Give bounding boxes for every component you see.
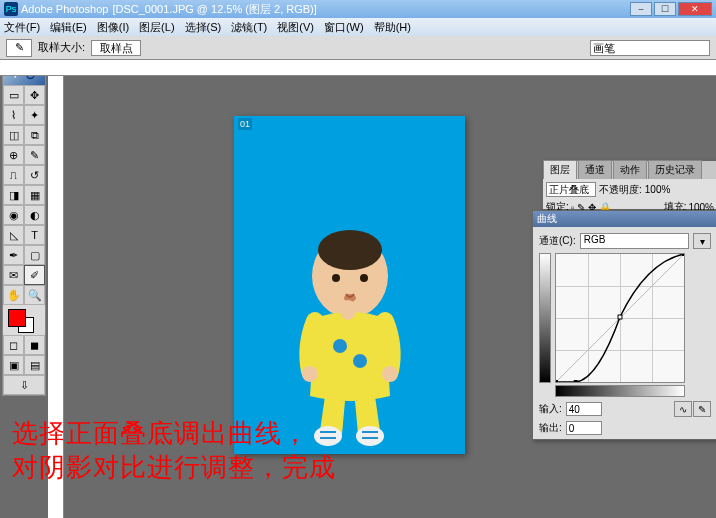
photo-content — [270, 206, 430, 446]
tab-history[interactable]: 历史记录 — [648, 160, 702, 179]
move-tool-icon[interactable]: ✥ — [24, 85, 45, 105]
annotation-line1: 选择正面叠底调出曲线， — [12, 416, 336, 450]
svg-point-12 — [382, 366, 398, 382]
current-tool-icon[interactable]: ✎ — [6, 39, 32, 57]
mask-mode-std-icon[interactable]: ◻ — [3, 335, 24, 355]
type-tool-icon[interactable]: T — [24, 225, 45, 245]
output-label: 输出: — [539, 421, 562, 435]
svg-rect-16 — [618, 315, 622, 319]
tab-channels[interactable]: 通道 — [578, 160, 612, 179]
pen-tool-icon[interactable]: ✒ — [3, 245, 24, 265]
curves-title: 曲线 — [537, 212, 557, 226]
blur-tool-icon[interactable]: ◉ — [3, 205, 24, 225]
eraser-tool-icon[interactable]: ◨ — [3, 185, 24, 205]
minimize-button[interactable]: – — [630, 2, 652, 16]
menu-window[interactable]: 窗口(W) — [324, 20, 364, 35]
close-button[interactable]: ✕ — [678, 2, 712, 16]
menu-filter[interactable]: 滤镜(T) — [231, 20, 267, 35]
svg-rect-14 — [556, 380, 558, 382]
sample-size-select[interactable]: 取样点 — [91, 40, 141, 56]
shape-tool-icon[interactable]: ▢ — [24, 245, 45, 265]
svg-point-4 — [360, 274, 368, 282]
slice-tool-icon[interactable]: ⧉ — [24, 125, 45, 145]
curves-panel[interactable]: 曲线 通道(C): RGB ▾ — [532, 210, 716, 440]
curve-draw-icon[interactable]: ∿ — [674, 401, 692, 417]
mask-mode-quick-icon[interactable]: ◼ — [24, 335, 45, 355]
menu-select[interactable]: 选择(S) — [185, 20, 222, 35]
dodge-tool-icon[interactable]: ◐ — [24, 205, 45, 225]
channel-menu-icon[interactable]: ▾ — [693, 233, 711, 249]
channel-label: 通道(C): — [539, 234, 576, 248]
sample-size-label: 取样大小: — [38, 40, 85, 55]
toolbox: ▭✥ ⌇✦ ◫⧉ ⊕✎ ⎍↺ ◨▦ ◉◐ ◺T ✒▢ ✉✐ ✋🔍 ◻◼ ▣▤ ⇩ — [2, 60, 46, 396]
menu-image[interactable]: 图像(I) — [97, 20, 129, 35]
notes-tool-icon[interactable]: ✉ — [3, 265, 24, 285]
opacity-label: 不透明度: — [599, 183, 642, 197]
layers-panel[interactable]: 图层 通道 动作 历史记录 正片叠底 不透明度: 100% 锁定: ▫ ✎ ✥ … — [542, 160, 716, 210]
input-label: 输入: — [539, 402, 562, 416]
channel-select[interactable]: RGB — [580, 233, 689, 249]
eyedropper-tool-icon[interactable]: ✐ — [24, 265, 45, 285]
curves-vertical-gradient — [539, 253, 551, 383]
screen-mode-2-icon[interactable]: ▤ — [24, 355, 45, 375]
svg-point-6 — [333, 339, 347, 353]
svg-point-10 — [356, 426, 384, 446]
app-icon: Ps — [4, 2, 18, 16]
menu-bar: 文件(F) 编辑(E) 图像(I) 图层(L) 选择(S) 滤镜(T) 视图(V… — [0, 18, 716, 36]
history-brush-tool-icon[interactable]: ↺ — [24, 165, 45, 185]
annotation-line2: 对阴影对比进行调整，完成 — [12, 450, 336, 484]
svg-rect-15 — [574, 380, 578, 382]
wand-tool-icon[interactable]: ✦ — [24, 105, 45, 125]
screen-mode-1-icon[interactable]: ▣ — [3, 355, 24, 375]
menu-help[interactable]: 帮助(H) — [374, 20, 411, 35]
svg-rect-17 — [682, 254, 684, 256]
jump-to-button[interactable]: ⇩ — [3, 375, 45, 395]
curves-output-field[interactable] — [566, 421, 602, 435]
blend-mode-select[interactable]: 正片叠底 — [546, 182, 596, 197]
svg-point-8 — [340, 300, 356, 320]
menu-view[interactable]: 视图(V) — [277, 20, 314, 35]
curves-input-field[interactable] — [566, 402, 602, 416]
brush-tool-icon[interactable]: ✎ — [24, 145, 45, 165]
document-window[interactable]: 01 — [234, 116, 465, 454]
options-bar: ✎ 取样大小: 取样点 画笔 — [0, 36, 716, 60]
menu-file[interactable]: 文件(F) — [4, 20, 40, 35]
app-title: Adobe Photoshop — [21, 3, 108, 15]
doc-title: [DSC_0001.JPG @ 12.5% (图层 2, RGB)] — [112, 2, 316, 17]
maximize-button[interactable]: ☐ — [654, 2, 676, 16]
opacity-value[interactable]: 100% — [645, 184, 671, 195]
stamp-tool-icon[interactable]: ⎍ — [3, 165, 24, 185]
path-tool-icon[interactable]: ◺ — [3, 225, 24, 245]
menu-edit[interactable]: 编辑(E) — [50, 20, 87, 35]
menu-layer[interactable]: 图层(L) — [139, 20, 174, 35]
svg-point-11 — [302, 366, 318, 382]
color-swatch — [3, 305, 45, 335]
curves-horizontal-gradient — [555, 385, 685, 397]
hand-tool-icon[interactable]: ✋ — [3, 285, 24, 305]
svg-point-2 — [318, 230, 382, 270]
doc-meta: 01 — [238, 118, 252, 130]
annotation-text: 选择正面叠底调出曲线， 对阴影对比进行调整，完成 — [12, 416, 336, 484]
marquee-tool-icon[interactable]: ▭ — [3, 85, 24, 105]
curves-graph[interactable] — [555, 253, 685, 383]
curve-pencil-icon[interactable]: ✎ — [693, 401, 711, 417]
gradient-tool-icon[interactable]: ▦ — [24, 185, 45, 205]
crop-tool-icon[interactable]: ◫ — [3, 125, 24, 145]
zoom-tool-icon[interactable]: 🔍 — [24, 285, 45, 305]
lasso-tool-icon[interactable]: ⌇ — [3, 105, 24, 125]
svg-point-7 — [353, 354, 367, 368]
brush-preset[interactable]: 画笔 — [590, 40, 710, 56]
ruler-horizontal — [0, 60, 716, 76]
tab-layers[interactable]: 图层 — [543, 160, 577, 179]
svg-point-3 — [332, 274, 340, 282]
foreground-color[interactable] — [8, 309, 26, 327]
heal-tool-icon[interactable]: ⊕ — [3, 145, 24, 165]
tab-actions[interactable]: 动作 — [613, 160, 647, 179]
